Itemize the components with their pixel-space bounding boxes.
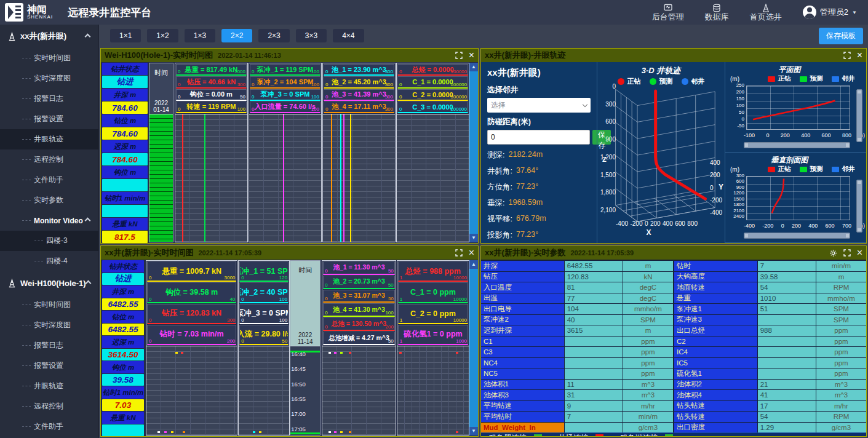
layout-button[interactable]: 1×2 bbox=[147, 29, 178, 42]
close-icon[interactable]: × bbox=[857, 249, 862, 257]
sidebar-item[interactable]: 报警设置 bbox=[0, 109, 98, 129]
horizontal-scrollbar[interactable] bbox=[744, 233, 850, 239]
vertical-scrollbar[interactable] bbox=[856, 180, 862, 233]
curve-legend[interactable]: 0钻压 = 120.83 kN300 bbox=[147, 304, 236, 324]
layout-button[interactable]: 3×3 bbox=[296, 29, 327, 42]
curve-legend[interactable]: 0入口流量 = 74.60 l/s100 bbox=[250, 102, 321, 113]
sidebar-item[interactable]: Wei-H100(Hole-1) bbox=[0, 271, 98, 295]
curve-legend[interactable]: 0池_3 = 31.07 m^350 bbox=[323, 290, 395, 303]
scroll-up-icon[interactable]: ▲ bbox=[469, 260, 478, 269]
layout-button[interactable]: 1×1 bbox=[110, 29, 141, 42]
close-icon[interactable]: × bbox=[469, 51, 474, 60]
curve-legend[interactable]: 1C_2 = 0 ppm10000 bbox=[398, 304, 468, 324]
param-value-cell: 7 bbox=[758, 261, 816, 271]
sidebar-item[interactable]: 实时参数 bbox=[0, 190, 98, 210]
main-area: 1×11×21×32×22×33×34×4 保存模板 Wei-H100(Hole… bbox=[99, 25, 868, 438]
curve-legend[interactable]: 0泵冲_3 = 0 SPM100 bbox=[250, 89, 321, 101]
sidebar-item[interactable]: 井眼轨迹 bbox=[0, 376, 98, 396]
curve-legend[interactable]: 0泵冲_2 = 40 SPM100 bbox=[239, 282, 289, 303]
curve-legend[interactable]: 0池_2 = 20.73 m^350 bbox=[323, 276, 395, 289]
sidebar-item[interactable]: 报警设置 bbox=[0, 356, 98, 376]
curve-legend[interactable]: 总池增减 = 4.27 m^350 bbox=[323, 332, 395, 345]
nav-database[interactable]: 数据库 bbox=[705, 4, 729, 22]
curve-legend[interactable]: 1C_1 = 0 ppm10000 bbox=[398, 282, 468, 303]
curve-legend[interactable]: 0总池 = 130.50 m^3200 bbox=[323, 317, 395, 331]
sidebar-item[interactable]: 文件助手 bbox=[0, 416, 98, 437]
sidebar-item[interactable]: 实时时间图 bbox=[0, 295, 98, 315]
sidebar-item[interactable]: Monitor Video bbox=[0, 210, 98, 231]
nav-backstage[interactable]: 后台管理 bbox=[652, 4, 684, 22]
curve-legend[interactable]: 0C_2 = 0.0000100000 bbox=[397, 89, 468, 101]
curve-legend[interactable]: 0池_3 = 41.39 m^3300 bbox=[324, 89, 394, 101]
curve-legend[interactable]: 0总烃 = 0.0000100000 bbox=[397, 64, 468, 76]
data-marker bbox=[399, 352, 402, 354]
curve-legend[interactable]: 0池_2 = 45.20 m^3300 bbox=[324, 76, 394, 88]
sidebar-item[interactable]: 实时深度图 bbox=[0, 68, 98, 89]
sidebar-item[interactable]: 四楼-3 bbox=[0, 231, 98, 251]
sidebar-item[interactable]: 远程控制 bbox=[0, 396, 98, 416]
curve-legend[interactable]: 0钩位 = 0.00 m50 bbox=[176, 89, 247, 101]
curve-legend[interactable]: 0C_3 = 0.0000100000 bbox=[397, 102, 468, 113]
axis-tick: -400 bbox=[710, 209, 722, 216]
curve-legend[interactable]: 0池_4 = 41.30 m^3100 bbox=[323, 303, 395, 317]
axis-tick: 0 bbox=[742, 117, 744, 122]
curve-legend[interactable]: 0泵冲_2 = 104 SPM100 bbox=[250, 76, 321, 88]
sidebar-item[interactable]: 实时深度图 bbox=[0, 315, 98, 335]
curve-legend[interactable]: 0池_1 = 23.90 m^3300 bbox=[324, 64, 394, 76]
axis-tick: 1200 bbox=[733, 191, 744, 196]
gear-icon[interactable] bbox=[829, 249, 837, 257]
scroll-down-icon[interactable]: ▼ bbox=[469, 427, 478, 436]
vertical-scrollbar[interactable] bbox=[856, 89, 862, 142]
vertical-scrollbar[interactable]: ▲ ▼ bbox=[469, 260, 478, 436]
curve-legend[interactable]: 1硫化氢1 = 0 ppm1000 bbox=[398, 325, 468, 345]
expand-icon[interactable] bbox=[843, 249, 851, 257]
curve-legend[interactable]: 0钩位 = 39.58 m40 bbox=[147, 282, 236, 303]
sidebar-item[interactable]: 四楼-4 bbox=[0, 251, 98, 271]
close-icon[interactable]: × bbox=[857, 51, 862, 60]
layout-button[interactable]: 2×3 bbox=[258, 29, 289, 42]
curve-legend[interactable]: 0C_1 = 0.0000100000 bbox=[397, 76, 468, 88]
save-template-button[interactable]: 保存模板 bbox=[819, 28, 863, 44]
collision-distance-input[interactable] bbox=[487, 130, 590, 145]
sidebar-item[interactable]: 实时时间图 bbox=[0, 48, 98, 68]
curve-legend[interactable]: 0钻压 = 40.66 kN300 bbox=[176, 76, 247, 88]
panel-body: 钻井状态 钻进 井深 m 784.60 钻位 m 784.60 bbox=[101, 62, 478, 243]
curve-legend[interactable]: 0池_4 = 17.11 m^3300 bbox=[324, 102, 394, 113]
chart-title: 3-D 井轨迹 bbox=[597, 65, 725, 76]
close-icon[interactable]: × bbox=[469, 249, 474, 257]
expand-icon[interactable] bbox=[455, 52, 463, 59]
scroll-up-icon[interactable]: ▲ bbox=[469, 63, 478, 71]
param-unit-cell: m^3 bbox=[816, 380, 866, 390]
layout-button[interactable]: 1×3 bbox=[185, 29, 215, 42]
nav-well-select[interactable]: 首页选井 bbox=[750, 4, 782, 22]
param-unit-cell: ppm bbox=[816, 368, 866, 379]
curve-legend[interactable]: 0泵冲_1 = 51 SPM120 bbox=[239, 261, 289, 282]
vertical-scrollbar[interactable]: ▲ ▼ bbox=[469, 63, 478, 242]
param-value: 784.60 bbox=[102, 153, 148, 165]
sidebar-item[interactable]: 井眼轨迹 bbox=[0, 129, 98, 149]
sidebar-item[interactable]: 文件助手 bbox=[0, 170, 98, 190]
sidebar-item[interactable]: 报警日志 bbox=[0, 335, 98, 356]
curve-legend[interactable]: 0泵冲_1 = 119 SPM100 bbox=[250, 64, 321, 76]
expand-icon[interactable] bbox=[843, 52, 851, 59]
neighbor-well-select[interactable]: 选择 bbox=[487, 98, 591, 113]
trajectory-info: xx井(新井眼) 选择邻井 选择 防碰距离(米) 保存 bbox=[481, 62, 597, 243]
curve-legend[interactable]: 0悬重 = 1009.7 kN3000 bbox=[147, 261, 236, 282]
layout-button[interactable]: 4×4 bbox=[333, 29, 364, 42]
sidebar-item[interactable]: xx井(新井眼) bbox=[0, 25, 98, 48]
curve-legend[interactable]: 0池_1 = 11.30 m^350 bbox=[323, 261, 395, 275]
curve-legend[interactable]: 0转速 = 119 RPM100 bbox=[176, 102, 247, 113]
curve-legend[interactable]: 0泵冲_3 = 0 SPM100 bbox=[239, 304, 289, 324]
curve-legend[interactable]: 0悬重 = 817.49 kN1000 bbox=[176, 64, 247, 76]
y-axis-ticks: 30060090012001500180021002400 bbox=[728, 173, 744, 219]
user-menu[interactable]: 管理员2 ▼ bbox=[803, 6, 857, 19]
sidebar-item[interactable]: 远程控制 bbox=[0, 149, 98, 170]
expand-icon[interactable] bbox=[455, 249, 463, 257]
curve-legend[interactable]: 0钻时 = 7.03 min/m200 bbox=[147, 325, 236, 345]
sidebar-item[interactable]: 报警日志 bbox=[0, 89, 98, 109]
horizontal-scrollbar[interactable] bbox=[744, 142, 850, 148]
scroll-down-icon[interactable]: ▼ bbox=[469, 234, 478, 242]
layout-button[interactable]: 2×2 bbox=[221, 29, 252, 42]
curve-legend[interactable]: 0入流 = 29.80 l/s50 bbox=[239, 325, 289, 345]
curve-legend[interactable]: 1总烃 = 988 ppm10000 bbox=[398, 261, 468, 282]
